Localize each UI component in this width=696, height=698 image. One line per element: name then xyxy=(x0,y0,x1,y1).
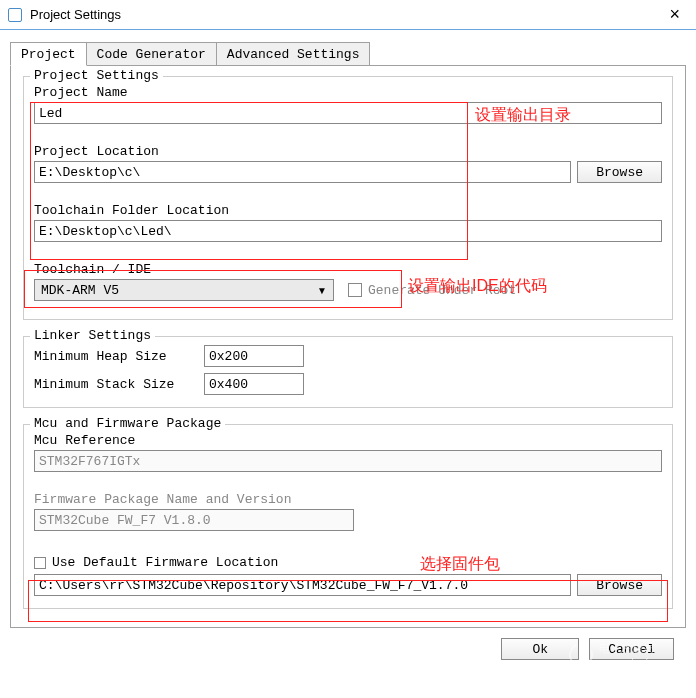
tab-code-generator-label: Code Generator xyxy=(97,47,206,62)
project-name-input[interactable] xyxy=(34,102,662,124)
toolchain-ide-label: Toolchain / IDE xyxy=(34,262,662,277)
group-mcu-legend: Mcu and Firmware Package xyxy=(30,416,225,431)
use-default-firmware-label: Use Default Firmware Location xyxy=(52,555,278,570)
tab-project[interactable]: Project xyxy=(10,42,87,66)
tab-advanced-label: Advanced Settings xyxy=(227,47,360,62)
chevron-down-icon: ▼ xyxy=(317,285,327,296)
mcu-reference-input xyxy=(34,450,662,472)
toolchain-ide-select[interactable]: MDK-ARM V5 ▼ xyxy=(34,279,334,301)
tab-strip: Project Code Generator Advanced Settings xyxy=(10,42,686,65)
firmware-package-input xyxy=(34,509,354,531)
tab-project-label: Project xyxy=(21,47,76,62)
tab-advanced[interactable]: Advanced Settings xyxy=(216,42,371,65)
group-linker-legend: Linker Settings xyxy=(30,328,155,343)
project-location-label: Project Location xyxy=(34,144,662,159)
firmware-browse-button[interactable]: Browse xyxy=(577,574,662,596)
generate-under-root-label: Generate Under Root xyxy=(368,283,516,298)
window-title: Project Settings xyxy=(30,7,661,22)
use-default-firmware-checkbox[interactable] xyxy=(34,557,46,569)
toolchain-ide-value: MDK-ARM V5 xyxy=(41,283,119,298)
app-icon xyxy=(8,8,22,22)
project-location-input[interactable] xyxy=(34,161,571,183)
toolchain-folder-label: Toolchain Folder Location xyxy=(34,203,662,218)
heap-size-input[interactable] xyxy=(204,345,304,367)
titlebar: Project Settings × xyxy=(0,0,696,30)
dialog-content: Project Code Generator Advanced Settings… xyxy=(0,30,696,672)
heap-size-label: Minimum Heap Size xyxy=(34,349,204,364)
watermark-logo-icon xyxy=(566,639,597,670)
watermark-text1: 电子发烧友 xyxy=(599,641,690,656)
group-project-settings-legend: Project Settings xyxy=(30,68,163,83)
tab-code-generator[interactable]: Code Generator xyxy=(86,42,217,65)
close-button[interactable]: × xyxy=(661,4,688,25)
project-location-browse-button[interactable]: Browse xyxy=(577,161,662,183)
toolchain-folder-input[interactable] xyxy=(34,220,662,242)
group-project-settings: Project Settings Project Name Project Lo… xyxy=(23,76,673,320)
mcu-reference-label: Mcu Reference xyxy=(34,433,662,448)
tab-panel-project: Project Settings Project Name Project Lo… xyxy=(10,65,686,628)
group-linker-settings: Linker Settings Minimum Heap Size Minimu… xyxy=(23,336,673,408)
watermark-text2: www.elecfans.com xyxy=(599,656,690,668)
stack-size-input[interactable] xyxy=(204,373,304,395)
group-mcu-firmware: Mcu and Firmware Package Mcu Reference F… xyxy=(23,424,673,609)
generate-under-root-checkbox[interactable] xyxy=(348,283,362,297)
firmware-package-label: Firmware Package Name and Version xyxy=(34,492,662,507)
stack-size-label: Minimum Stack Size xyxy=(34,377,204,392)
project-name-label: Project Name xyxy=(34,85,662,100)
firmware-path-input[interactable] xyxy=(34,574,571,596)
ok-button[interactable]: Ok xyxy=(501,638,579,660)
watermark: 电子发烧友 www.elecfans.com xyxy=(569,641,690,668)
